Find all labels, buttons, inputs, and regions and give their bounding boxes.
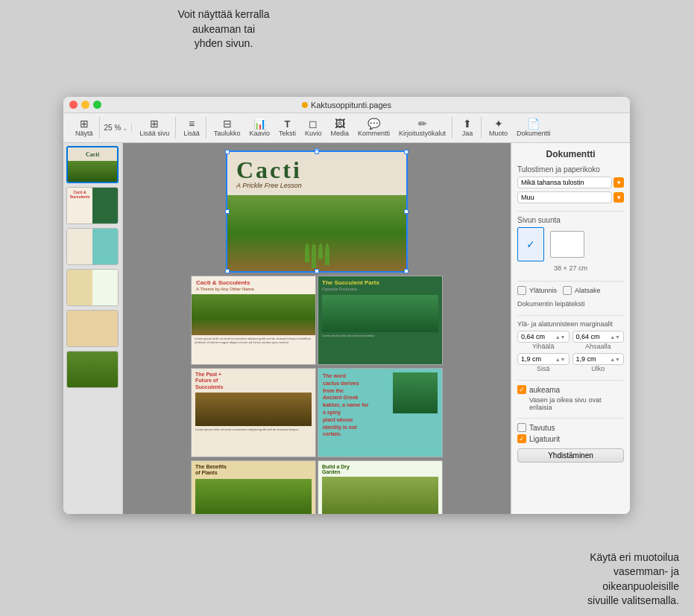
sidebar-thumb-2[interactable]: Cacti &Succulents [66, 187, 119, 224]
margin-outer-item: 1,9 cm ▲▼ Ulko [572, 353, 625, 372]
margin-bottom-input[interactable]: 0,64 cm ▲▼ [572, 331, 625, 343]
kuvio-icon: ◻ [309, 118, 318, 129]
margin-inner-arrows[interactable]: ▲▼ [555, 357, 566, 362]
page-cacti-succulents: Cacti & Succulents A Theme by Any Other … [191, 276, 316, 365]
zoom-value[interactable]: 25 % [104, 124, 122, 132]
lisaa-button[interactable]: ≡ Lisää [180, 117, 203, 139]
muoto-button[interactable]: ✦ Muoto [486, 117, 511, 139]
kaavio-icon: 📊 [253, 118, 266, 129]
right-panel: Dokumentti Tulostimen ja paperikoko Mikä… [511, 143, 630, 514]
page-cs-title: Cacti & Succulents [196, 279, 311, 287]
spread-checkbox[interactable]: ✓ [517, 385, 526, 394]
toolbar-panel-group: ✦ Muoto 📄 Dokumentti [483, 117, 557, 139]
dokumentti-button[interactable]: 📄 Dokumentti [514, 117, 554, 139]
page-bd-image [322, 477, 438, 514]
paper-dropdown[interactable]: Muu [517, 191, 612, 203]
kaavio-button[interactable]: 📊 Kaavio [246, 117, 273, 139]
page-cs-image [192, 294, 315, 335]
printer-dropdown[interactable]: Mikä tahansa tulostin [517, 177, 612, 188]
zoom-arrows[interactable]: ⌄ [122, 124, 128, 132]
margin-top-input[interactable]: 0,64 cm ▲▼ [517, 331, 570, 343]
margin-top-label: Yihäälä [517, 343, 570, 350]
main-window: Kaktusoppitunti.pages ⊞ Näytä 25 % ⌄ ⊞ L… [63, 97, 630, 514]
content-area: Cacti 1 Cacti &Succulents 3 [63, 143, 630, 514]
taulukko-button[interactable]: ⊟ Taulukko [211, 117, 244, 139]
sidebar-thumb-1[interactable]: Cacti [66, 146, 119, 183]
margin-top-arrows[interactable]: ▲▼ [555, 334, 566, 340]
orientation-section: ✓ [517, 227, 624, 261]
handle-br[interactable] [404, 269, 408, 273]
handle-tl[interactable] [225, 150, 230, 154]
sidebar-thumb-3[interactable] [66, 228, 119, 265]
merge-button[interactable]: Yhdistäminen [517, 448, 624, 463]
handle-tr[interactable] [404, 150, 408, 154]
margin-bottom-label: Ahsaalla [572, 343, 625, 350]
minimize-button[interactable] [81, 101, 89, 109]
page-sp-title: The Succulent Parts [322, 279, 438, 287]
handle-bl[interactable] [225, 269, 230, 273]
toolbar-insert-group: ⊟ Taulukko 📊 Kaavio T Teksti ◻ Kuvio 🖼 M… [208, 117, 452, 139]
kirjoitustyokalut-button[interactable]: ✏ Kirjoitustyökalut [396, 117, 449, 139]
jaa-button[interactable]: ⬆ Jaa [457, 117, 478, 139]
divider-1 [517, 211, 624, 212]
kirjoitustyokalut-icon: ✏ [418, 118, 427, 129]
teksti-icon: T [284, 119, 290, 129]
sidebar-thumb-6[interactable] [66, 351, 119, 388]
margin-inner-input[interactable]: 1,9 cm ▲▼ [517, 353, 570, 365]
page-ben-title: The Benefitsof Plants [195, 464, 312, 477]
thumb-wrap-2: Cacti &Succulents 3 [66, 187, 119, 224]
footer-checkbox[interactable] [563, 286, 572, 295]
orientation-portrait[interactable]: ✓ [517, 227, 544, 261]
add-page-button[interactable]: ⊞ Lisää sivu [136, 117, 172, 139]
margin-outer-arrows[interactable]: ▲▼ [610, 357, 620, 362]
spread-checkbox-row: ✓ aukeama [517, 385, 624, 394]
orientation-landscape[interactable] [550, 231, 584, 258]
toolbar-view-group: ⊞ Näytä [69, 117, 100, 139]
thumb-wrap-4: 7 [66, 269, 119, 306]
thumb-wrap-5: 9 [66, 310, 119, 347]
title-dot [302, 102, 308, 108]
handle-mr[interactable] [404, 209, 408, 214]
page-build-dry: Build a DryGarden Lorem ipsum dolor sit [318, 460, 443, 514]
muoto-icon: ✦ [494, 118, 503, 129]
sidebar-thumb-4[interactable] [66, 269, 119, 306]
nayta-button[interactable]: ⊞ Näytä [72, 117, 96, 139]
teksti-button[interactable]: T Teksti [276, 118, 299, 139]
header-checkbox-row: Ylätunnis [517, 286, 557, 295]
page-cs-text: Lorem ipsum dolor sit amet consectetur a… [192, 335, 315, 346]
sidebar-thumb-5[interactable] [66, 310, 119, 347]
paper-dropdown-arrow[interactable]: ▾ [613, 192, 624, 203]
cover-image [227, 195, 406, 271]
media-button[interactable]: 🖼 Media [327, 117, 352, 139]
thumb-content-1: Cacti [68, 147, 117, 182]
printer-dropdown-row: Mikä tahansa tulostin ▾ [517, 177, 624, 188]
page-sp-text: Lorem ipsum dolor sit amet consectetur [322, 334, 438, 337]
margin-outer-input[interactable]: 1,9 cm ▲▼ [572, 353, 625, 365]
lisaa-icon: ≡ [189, 118, 195, 129]
close-button[interactable] [69, 101, 78, 109]
page-succulent-parts: The Succulent Parts Opuntia Fruticons Lo… [318, 276, 443, 365]
header-checkbox[interactable] [517, 286, 526, 295]
margin-top-item: 0,64 cm ▲▼ Yihäälä [517, 331, 570, 350]
toolbar: ⊞ Näytä 25 % ⌄ ⊞ Lisää sivu ≡ Lisää ⊟ Ta… [63, 113, 630, 143]
handle-ml[interactable] [225, 209, 230, 214]
taulukko-icon: ⊟ [223, 118, 232, 129]
page-canvas: Cacti A Prickle Free Lesson [123, 143, 511, 514]
handle-tm[interactable] [315, 150, 319, 154]
kommentti-button[interactable]: 💬 Kommentti [355, 117, 393, 139]
kuvio-button[interactable]: ◻ Kuvio [302, 117, 325, 139]
hyphenation-checkbox[interactable] [517, 423, 526, 432]
margins-label: Ylä- ja alatunnisteen marginaalit [517, 320, 624, 328]
page-wc-image [393, 372, 438, 413]
kommentti-icon: 💬 [367, 118, 380, 129]
ligature-checkbox[interactable]: ✓ [517, 434, 526, 443]
margin-top-bottom-group: 0,64 cm ▲▼ Yihäälä 0,64 cm ▲▼ Ahsaalla [517, 331, 624, 350]
page-pf-text: Lorem ipsum dolor sit amet consectetur a… [195, 428, 312, 431]
maximize-button[interactable] [93, 101, 101, 109]
handle-bm[interactable] [315, 269, 319, 273]
thumb-wrap-1: Cacti 1 [66, 146, 119, 183]
annotation-bottom: Käytä eri muotoilua vasemman- ja oikeanp… [523, 550, 679, 609]
margin-bottom-arrows[interactable]: ▲▼ [610, 334, 620, 340]
thumb-wrap-6: 10 [66, 351, 119, 388]
printer-dropdown-arrow[interactable]: ▾ [613, 177, 624, 188]
